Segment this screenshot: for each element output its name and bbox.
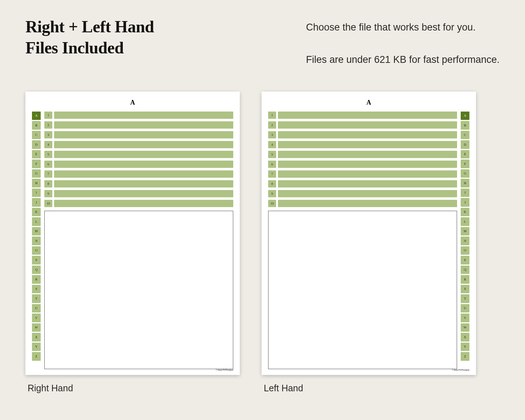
- caption-left: Left Hand: [262, 383, 476, 393]
- alpha-tab-m[interactable]: M: [32, 227, 41, 236]
- alpha-tab-w[interactable]: W: [32, 323, 41, 332]
- alpha-tab-f[interactable]: F: [32, 159, 41, 168]
- page-title: Right + Left Hand Files Included: [25, 16, 154, 68]
- alpha-tab-u[interactable]: U: [32, 304, 41, 313]
- alpha-tab-b[interactable]: B: [461, 121, 469, 130]
- alpha-tab-i[interactable]: I: [461, 189, 469, 197]
- alpha-tab-s[interactable]: S: [461, 285, 469, 294]
- row-number: 2: [268, 121, 276, 129]
- entry-row: 2: [44, 121, 233, 129]
- row-bar: [54, 180, 233, 187]
- row-number: 10: [268, 200, 276, 207]
- alpha-tab-y[interactable]: Y: [32, 343, 41, 351]
- alpha-tab-n[interactable]: N: [32, 237, 41, 245]
- alpha-tab-q[interactable]: Q: [32, 266, 41, 274]
- entry-rows-left: 12345678910: [268, 112, 457, 207]
- alpha-tab-g[interactable]: G: [32, 169, 41, 178]
- alpha-tab-e[interactable]: E: [32, 150, 41, 159]
- row-number: 7: [44, 170, 52, 178]
- alpha-tab-m[interactable]: M: [461, 227, 469, 236]
- alpha-tab-u[interactable]: U: [461, 304, 469, 313]
- alpha-tab-d[interactable]: D: [32, 140, 41, 149]
- row-number: 3: [44, 131, 52, 138]
- alpha-tab-b[interactable]: B: [32, 121, 41, 130]
- left-hand-page-wrap: A ABCDEFGHIJKLMNOPQRSTUVWXYZ 12345678910…: [262, 92, 476, 393]
- alpha-tab-a[interactable]: A: [32, 112, 41, 120]
- entry-row: 10: [44, 200, 233, 207]
- alpha-tab-c[interactable]: C: [461, 131, 469, 140]
- header: Right + Left Hand Files Included Choose …: [0, 0, 525, 79]
- alpha-tab-l[interactable]: L: [32, 217, 41, 226]
- entry-row: 3: [44, 131, 233, 138]
- alpha-tab-s[interactable]: S: [32, 285, 41, 294]
- alpha-tab-a[interactable]: A: [461, 112, 469, 120]
- row-bar: [278, 141, 457, 148]
- row-bar: [54, 170, 233, 178]
- row-number: 3: [268, 131, 276, 138]
- alpha-tab-v[interactable]: V: [461, 314, 469, 322]
- entry-row: 1: [44, 112, 233, 119]
- entry-row: 2: [268, 121, 457, 129]
- row-bar: [54, 131, 233, 138]
- alpha-tab-n[interactable]: N: [461, 237, 469, 245]
- alpha-tab-c[interactable]: C: [32, 131, 41, 140]
- entry-row: 6: [44, 161, 233, 168]
- alpha-tab-j[interactable]: J: [32, 198, 41, 207]
- desc-line-2: Files are under 621 KB for fast performa…: [306, 54, 500, 65]
- row-bar: [278, 170, 457, 178]
- alpha-tab-r[interactable]: R: [32, 275, 41, 284]
- row-bar: [54, 121, 233, 129]
- entry-row: 9: [44, 190, 233, 197]
- row-number: 6: [44, 161, 52, 168]
- alpha-tab-z[interactable]: Z: [32, 352, 41, 361]
- entry-row: 10: [268, 200, 457, 207]
- alpha-tab-p[interactable]: P: [32, 256, 41, 264]
- alpha-tab-w[interactable]: W: [461, 323, 469, 332]
- alpha-tab-g[interactable]: G: [461, 169, 469, 178]
- page-body-right: ABCDEFGHIJKLMNOPQRSTUVWXYZ 12345678910: [32, 112, 233, 369]
- row-number: 6: [268, 161, 276, 168]
- alpha-tab-r[interactable]: R: [461, 275, 469, 284]
- alpha-tab-e[interactable]: E: [461, 150, 469, 159]
- alpha-tab-h[interactable]: H: [461, 179, 469, 187]
- row-bar: [278, 161, 457, 168]
- brand-right: ©AmyJWDesigns: [215, 368, 233, 371]
- alpha-tab-p[interactable]: P: [461, 256, 469, 264]
- row-number: 9: [44, 190, 52, 197]
- alpha-tab-t[interactable]: T: [461, 294, 469, 303]
- alpha-tab-k[interactable]: K: [32, 208, 41, 217]
- alpha-tab-x[interactable]: X: [461, 333, 469, 342]
- alpha-tab-l[interactable]: L: [461, 217, 469, 226]
- alpha-tab-o[interactable]: O: [32, 246, 41, 255]
- alpha-tab-y[interactable]: Y: [461, 343, 469, 351]
- alpha-tab-z[interactable]: Z: [461, 352, 469, 361]
- row-number: 10: [44, 200, 52, 207]
- entry-row: 4: [44, 141, 233, 148]
- entry-row: 5: [268, 151, 457, 158]
- alpha-tab-x[interactable]: X: [32, 333, 41, 342]
- entry-row: 7: [44, 170, 233, 178]
- description: Choose the file that works best for you.…: [306, 16, 500, 68]
- right-hand-page: A ABCDEFGHIJKLMNOPQRSTUVWXYZ 12345678910…: [25, 92, 240, 375]
- alpha-tab-h[interactable]: H: [32, 179, 41, 187]
- alpha-tab-t[interactable]: T: [32, 294, 41, 303]
- entry-row: 5: [44, 151, 233, 158]
- alpha-tabs-left: ABCDEFGHIJKLMNOPQRSTUVWXYZ: [461, 112, 469, 369]
- row-bar: [278, 112, 457, 119]
- alpha-tab-j[interactable]: J: [461, 198, 469, 207]
- entry-row: 7: [268, 170, 457, 178]
- alpha-tab-v[interactable]: V: [32, 314, 41, 322]
- row-bar: [278, 190, 457, 197]
- alpha-tab-q[interactable]: Q: [461, 266, 469, 274]
- page-letter-left: A: [268, 99, 469, 106]
- alpha-tab-d[interactable]: D: [461, 140, 469, 149]
- content-right: 12345678910: [44, 112, 233, 369]
- alpha-tab-k[interactable]: K: [461, 208, 469, 217]
- row-bar: [54, 141, 233, 148]
- entry-row: 8: [268, 180, 457, 187]
- alpha-tab-i[interactable]: I: [32, 189, 41, 197]
- entry-row: 1: [268, 112, 457, 119]
- alpha-tab-o[interactable]: O: [461, 246, 469, 255]
- alpha-tab-f[interactable]: F: [461, 159, 469, 168]
- row-number: 2: [44, 121, 52, 129]
